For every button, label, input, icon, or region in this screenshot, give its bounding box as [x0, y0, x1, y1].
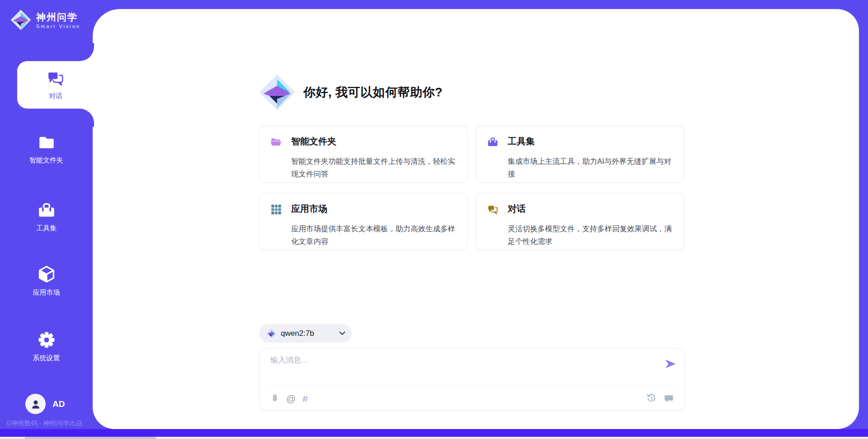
avatar: [25, 394, 46, 414]
brand-subtitle: Smart Vision: [36, 24, 80, 29]
sidebar-item-folders[interactable]: 智能文件夹: [0, 133, 93, 165]
cube-icon: [37, 264, 57, 284]
card-description: 应用市场提供丰富长文本模板，助力高效生成多样化文章内容: [291, 222, 458, 250]
card-chat[interactable]: 对话 灵活切换多模型文件，支持多样回复效果调试，满足个性化需求: [476, 193, 684, 250]
sidebar-item-settings[interactable]: 系统设置: [0, 330, 93, 363]
toolbox-icon: [487, 135, 508, 153]
history-icon: [646, 393, 656, 403]
diamond-logo-icon: [266, 328, 277, 339]
history-button[interactable]: [646, 393, 656, 403]
card-title: 智能文件夹: [291, 135, 458, 153]
send-button[interactable]: [664, 358, 677, 370]
card-title: 工具集: [508, 135, 674, 153]
attachment-icon: [270, 393, 279, 403]
chevron-down-icon: [339, 331, 345, 335]
attach-file-button[interactable]: [270, 393, 279, 403]
composer-toolbar: @ #: [270, 391, 674, 406]
folder-open-icon: [270, 135, 291, 153]
sidebar-item-label: 系统设置: [33, 354, 60, 363]
hash-icon: #: [302, 394, 308, 403]
message-composer: @ #: [259, 348, 685, 411]
feature-cards: 智能文件夹 智能文件夹功能支持批量文件上传与清洗，轻松实现文件问答 工具集 集成…: [259, 125, 686, 250]
card-toolset[interactable]: 工具集 集成市场上主流工具，助力AI与外界无缝扩展与对接: [476, 125, 684, 183]
model-name: qwen2:7b: [281, 329, 335, 338]
mention-button[interactable]: @: [286, 394, 296, 403]
message-input[interactable]: [270, 355, 655, 383]
hash-button[interactable]: #: [302, 394, 308, 403]
diamond-logo-icon: [10, 9, 32, 31]
horizontal-scrollbar[interactable]: [0, 437, 868, 439]
mention-icon: @: [286, 394, 296, 403]
gear-icon: [37, 330, 57, 350]
user-profile[interactable]: AD: [25, 394, 65, 414]
card-title: 对话: [508, 203, 674, 220]
send-icon: [664, 358, 677, 370]
sidebar-item-market[interactable]: 应用市场: [0, 264, 93, 297]
chat-icon: [487, 203, 508, 220]
person-icon: [30, 398, 42, 410]
page-title: 你好, 我可以如何帮助你?: [303, 84, 443, 100]
card-smart-folder[interactable]: 智能文件夹 智能文件夹功能支持批量文件上传与清洗，轻松实现文件问答: [259, 125, 468, 183]
sidebar-item-chat[interactable]: 对话: [17, 61, 94, 109]
model-selector[interactable]: qwen2:7b: [259, 324, 352, 343]
sidebar-item-label: 对话: [49, 92, 62, 100]
composer-divider: [269, 385, 675, 386]
sidebar-item-label: 应用市场: [33, 288, 60, 297]
card-title: 应用市场: [291, 203, 458, 220]
grid-icon: [270, 203, 291, 220]
brand-title: 神州问学: [36, 11, 80, 23]
card-description: 智能文件夹功能支持批量文件上传与清洗，轻松实现文件问答: [291, 155, 458, 183]
app-stage: 神州问学 Smart Vision 对话 智能文件夹 工具集: [0, 0, 868, 439]
greeting: 你好, 我可以如何帮助你?: [258, 73, 443, 111]
card-app-market[interactable]: 应用市场 应用市场提供丰富长文本模板，助力高效生成多样化文章内容: [259, 193, 468, 250]
user-name: AD: [52, 399, 65, 409]
toolbox-icon: [37, 201, 56, 220]
sidebar-item-label: 智能文件夹: [29, 156, 63, 165]
card-description: 集成市场上主流工具，助力AI与外界无缝扩展与对接: [508, 155, 674, 183]
card-description: 灵活切换多模型文件，支持多样回复效果调试，满足个性化需求: [508, 222, 674, 250]
feedback-icon: [664, 393, 674, 403]
copyright: ©神州数码 · 神州问学出品: [6, 419, 97, 428]
sidebar-item-label: 工具集: [36, 224, 57, 233]
brand-logo: 神州问学 Smart Vision: [10, 9, 80, 31]
composer-left-tools: @ #: [270, 393, 646, 403]
feedback-button[interactable]: [664, 393, 674, 403]
scrollbar-thumb[interactable]: [25, 437, 156, 439]
folder-icon: [37, 133, 56, 152]
sidebar-item-tools[interactable]: 工具集: [0, 201, 93, 233]
diamond-logo-icon: [258, 73, 296, 111]
chat-icon: [46, 69, 65, 88]
composer-right-tools: [646, 393, 674, 403]
